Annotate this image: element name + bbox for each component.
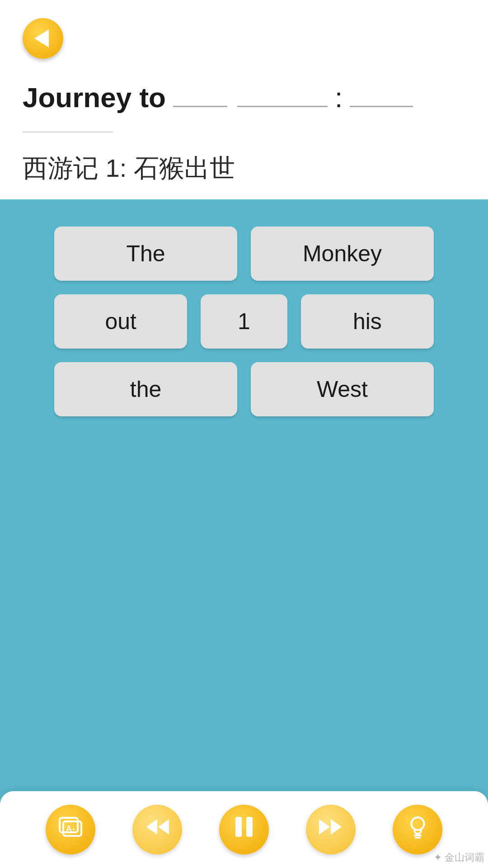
tile-the-low[interactable]: the — [54, 362, 237, 416]
tile-the-cap[interactable]: The — [54, 226, 237, 281]
flashcard-icon: A + — [57, 813, 84, 846]
rewind-button[interactable] — [132, 805, 182, 854]
svg-text:+: + — [72, 826, 75, 833]
pause-icon — [233, 813, 255, 846]
tile-his[interactable]: his — [301, 294, 434, 349]
tile-1[interactable]: 1 — [201, 294, 287, 349]
blank-word3 — [350, 102, 413, 107]
tile-west[interactable]: West — [251, 362, 434, 416]
svg-marker-8 — [319, 819, 330, 835]
tile-monkey[interactable]: Monkey — [251, 226, 434, 281]
toolbar: A + — [0, 791, 488, 868]
svg-rect-7 — [246, 817, 253, 837]
svg-marker-9 — [331, 819, 342, 835]
back-button[interactable] — [23, 18, 63, 59]
word-row-3: the West — [54, 362, 434, 416]
svg-marker-5 — [158, 819, 169, 835]
blank-word1 — [173, 102, 227, 107]
bulb-button[interactable] — [393, 805, 442, 854]
bulb-icon — [405, 814, 430, 846]
flashcard-button[interactable]: A + — [46, 805, 95, 854]
colon: : — [335, 81, 343, 113]
top-area: Journey to : 西游记 1: 石猴出世 — [0, 0, 488, 199]
svg-rect-6 — [235, 817, 242, 837]
title-prefix: Journey to — [23, 81, 166, 113]
svg-point-10 — [411, 817, 424, 830]
forward-icon — [317, 816, 344, 844]
rewind-icon — [144, 816, 171, 844]
word-row-2: out 1 his — [54, 294, 434, 349]
pause-button[interactable] — [219, 805, 269, 854]
back-arrow-icon — [34, 29, 49, 47]
bottom-area: The Monkey out 1 his the West — [0, 199, 488, 868]
blank-word2 — [237, 102, 328, 107]
word-grid: The Monkey out 1 his the West — [54, 226, 434, 416]
watermark: ✦ 金山词霸 — [434, 851, 484, 864]
svg-text:A: A — [66, 824, 72, 833]
subtitle-chinese: 西游记 1: 石猴出世 — [23, 151, 465, 186]
forward-button[interactable] — [306, 805, 356, 854]
word-row-1: The Monkey — [54, 226, 434, 281]
divider — [23, 132, 113, 132]
tile-out[interactable]: out — [54, 294, 187, 349]
svg-marker-4 — [146, 819, 157, 835]
title-row: Journey to : — [23, 81, 465, 113]
